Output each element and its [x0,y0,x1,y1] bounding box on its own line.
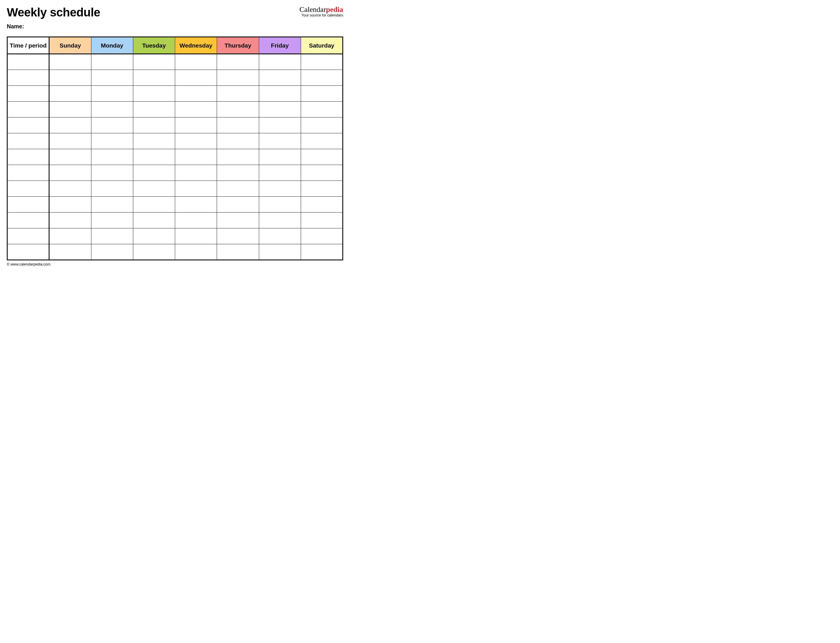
schedule-cell [175,54,217,70]
column-header-6: Friday [259,37,301,54]
column-header-5: Thursday [217,37,259,54]
schedule-cell [259,149,301,165]
schedule-cell [259,118,301,133]
schedule-cell [49,181,91,197]
schedule-cell [49,244,91,260]
schedule-cell [133,181,175,197]
schedule-cell [49,54,91,70]
schedule-cell [7,165,49,181]
schedule-cell [133,197,175,212]
schedule-cell [133,149,175,165]
schedule-cell [91,118,133,133]
schedule-cell [175,244,217,260]
schedule-cell [7,133,49,149]
table-row [7,86,343,101]
schedule-cell [91,86,133,101]
schedule-cell [133,101,175,118]
schedule-cell [217,54,259,70]
schedule-cell [175,212,217,228]
schedule-cell [301,165,343,181]
schedule-cell [301,149,343,165]
schedule-cell [175,70,217,86]
schedule-cell [91,133,133,149]
schedule-cell [301,70,343,86]
body-rows [7,54,343,260]
column-header-1: Sunday [49,37,91,54]
table-row [7,149,343,165]
column-header-4: Wednesday [175,37,217,54]
table-row [7,165,343,181]
schedule-cell [217,101,259,118]
schedule-cell [259,165,301,181]
schedule-table: Time / periodSundayMondayTuesdayWednesda… [7,36,343,260]
schedule-cell [91,149,133,165]
schedule-cell [259,133,301,149]
schedule-cell [49,197,91,212]
schedule-cell [175,197,217,212]
table-row [7,212,343,228]
schedule-cell [49,70,91,86]
schedule-cell [7,149,49,165]
schedule-cell [259,244,301,260]
schedule-cell [91,70,133,86]
schedule-cell [217,212,259,228]
schedule-cell [91,212,133,228]
schedule-cell [301,181,343,197]
schedule-cell [217,70,259,86]
schedule-cell [133,228,175,244]
schedule-cell [7,86,49,101]
schedule-cell [49,86,91,101]
schedule-cell [175,228,217,244]
schedule-cell [133,70,175,86]
schedule-cell [91,181,133,197]
brand-tagline: Your source for calendars [300,13,343,17]
schedule-cell [175,165,217,181]
schedule-cell [175,133,217,149]
schedule-cell [49,101,91,118]
schedule-cell [259,70,301,86]
schedule-cell [175,101,217,118]
table-row [7,228,343,244]
table-row [7,54,343,70]
schedule-cell [259,54,301,70]
brand-block: Calendarpedia Your source for calendars [300,6,343,17]
schedule-cell [91,54,133,70]
schedule-cell [259,86,301,101]
schedule-cell [7,212,49,228]
schedule-cell [133,244,175,260]
column-header-2: Monday [91,37,133,54]
footer-copyright: © www.calendarpedia.com [7,262,343,266]
schedule-cell [7,54,49,70]
schedule-cell [7,70,49,86]
schedule-cell [301,54,343,70]
schedule-cell [7,244,49,260]
schedule-cell [133,165,175,181]
brand-part1: Calendar [300,5,326,13]
schedule-cell [91,228,133,244]
schedule-cell [7,101,49,118]
schedule-cell [259,101,301,118]
schedule-cell [175,86,217,101]
schedule-cell [217,86,259,101]
table-row [7,197,343,212]
schedule-cell [49,149,91,165]
schedule-cell [49,165,91,181]
schedule-cell [133,133,175,149]
schedule-cell [217,133,259,149]
brand-part2: pedia [326,5,343,13]
schedule-cell [301,212,343,228]
column-header-7: Saturday [301,37,343,54]
schedule-cell [91,101,133,118]
schedule-cell [259,181,301,197]
schedule-cell [301,101,343,118]
page-title: Weekly schedule [7,6,100,19]
schedule-cell [133,212,175,228]
schedule-cell [7,197,49,212]
table-row [7,118,343,133]
schedule-cell [49,228,91,244]
schedule-cell [49,212,91,228]
schedule-cell [301,244,343,260]
table-row [7,133,343,149]
schedule-cell [91,197,133,212]
column-header-3: Tuesday [133,37,175,54]
